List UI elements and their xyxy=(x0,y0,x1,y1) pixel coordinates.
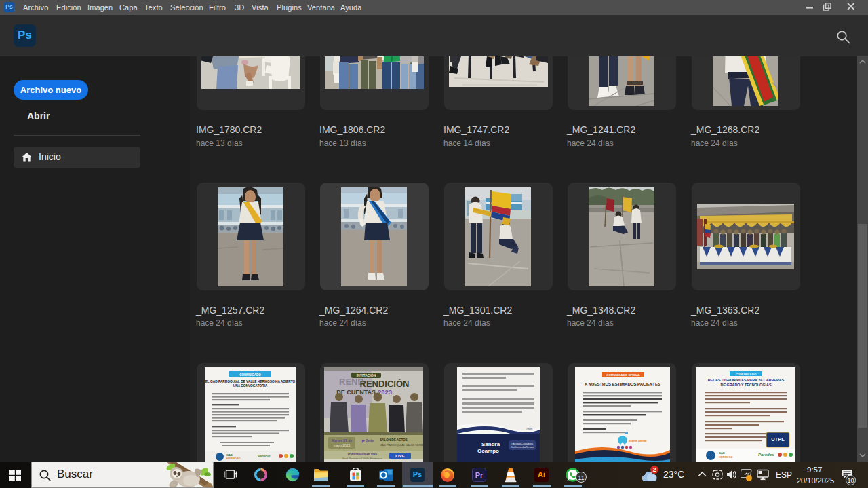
svg-text:GAD PARROQUIAL VALLE HERMOSO: GAD PARROQUIAL VALLE HERMOSO xyxy=(380,443,423,447)
svg-text:UTPL: UTPL xyxy=(771,436,785,443)
svg-text:#Ses: #Ses xyxy=(526,427,532,430)
svg-text:Transmisión en vivo: Transmisión en vivo xyxy=(347,453,377,456)
svg-text:BECAS DISPONIBLES PARA 24 CARR: BECAS DISPONIBLES PARA 24 CARRERAS xyxy=(708,378,785,382)
svg-text:#AlcaldiaCiudadana: #AlcaldiaCiudadana xyxy=(511,443,533,445)
svg-text:SALÓN DE ACTOS: SALÓN DE ACTOS xyxy=(380,437,408,442)
svg-text:Paredes: Paredes xyxy=(758,453,774,457)
svg-text:Sandra: Sandra xyxy=(481,441,500,447)
svg-text:COMUNICADO OFICIAL: COMUNICADO OFICIAL xyxy=(606,373,640,377)
svg-text:GAD: GAD xyxy=(719,451,725,455)
svg-text:LIVE: LIVE xyxy=(395,454,404,458)
svg-text:EL GAD PARROQUIAL DE VALLE HER: EL GAD PARROQUIAL DE VALLE HERMOSO HA AB… xyxy=(205,380,296,383)
svg-text:UNA CONVOCATORIA: UNA CONVOCATORIA xyxy=(233,384,268,388)
svg-text:HERMOSO: HERMOSO xyxy=(719,455,733,459)
svg-text:mayo 2023: mayo 2023 xyxy=(334,443,351,447)
svg-text:Gad Parroquial Valle Hermoso: Gad Parroquial Valle Hermoso xyxy=(342,457,382,460)
svg-text:COMUNICADO: COMUNICADO xyxy=(239,373,261,377)
svg-text:Ocampo: Ocampo xyxy=(477,448,499,454)
svg-text:#LaConcordiaRenace: #LaConcordiaRenace xyxy=(511,446,534,449)
svg-text:COMUNICADO: COMUNICADO xyxy=(736,373,757,376)
svg-text:Estetik Dental: Estetik Dental xyxy=(629,439,646,443)
svg-text:A NUESTROS ESTIMADOS PACIENTES: A NUESTROS ESTIMADOS PACIENTES xyxy=(585,382,660,386)
svg-text:▶ Sede: ▶ Sede xyxy=(361,438,374,443)
svg-text:DE GRADO Y TECNOLOGÍAS: DE GRADO Y TECNOLOGÍAS xyxy=(721,382,772,387)
svg-text:RENDICIÓN: RENDICIÓN xyxy=(360,379,410,389)
svg-text:HERMOSO: HERMOSO xyxy=(226,457,241,460)
svg-text:Martes 07 de: Martes 07 de xyxy=(332,438,353,443)
svg-text:Patricio: Patricio xyxy=(258,454,270,458)
